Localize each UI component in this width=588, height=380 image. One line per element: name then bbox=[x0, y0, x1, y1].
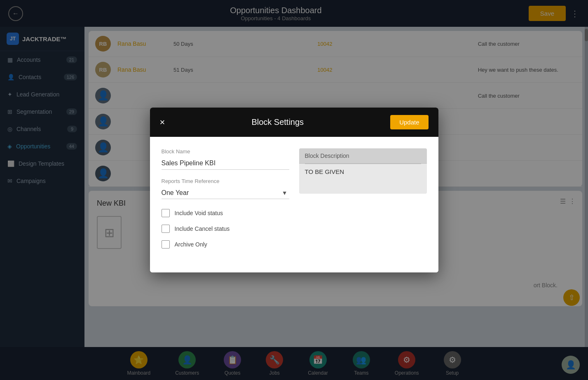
modal-title: Block Settings bbox=[165, 117, 390, 127]
include-cancel-label: Include Cancel status bbox=[175, 225, 230, 232]
block-name-input[interactable] bbox=[162, 157, 289, 170]
block-description-value[interactable]: TO BE GIVEN bbox=[299, 164, 427, 179]
block-description-label: Block Description bbox=[299, 148, 427, 164]
block-settings-modal: × Block Settings Update Block Name Repor… bbox=[150, 108, 438, 272]
modal-close-button[interactable]: × bbox=[160, 117, 165, 128]
block-name-label: Block Name bbox=[162, 148, 289, 155]
include-void-row[interactable]: Include Void status bbox=[162, 209, 289, 217]
time-reference-select[interactable]: One Year Six Months Three Months One Mon… bbox=[162, 187, 289, 199]
time-reference-field-group: Reports Time Reference One Year Six Mont… bbox=[162, 178, 289, 199]
modal-left-column: Block Name Reports Time Reference One Ye… bbox=[162, 148, 289, 256]
include-cancel-row[interactable]: Include Cancel status bbox=[162, 225, 289, 233]
archive-only-row[interactable]: Archive Only bbox=[162, 240, 289, 249]
modal-update-button[interactable]: Update bbox=[390, 115, 428, 129]
block-name-field-group: Block Name bbox=[162, 148, 289, 170]
include-void-checkbox[interactable] bbox=[162, 209, 170, 217]
checkbox-section: Include Void status Include Cancel statu… bbox=[162, 209, 289, 249]
include-cancel-checkbox[interactable] bbox=[162, 225, 170, 233]
modal-form-row: Block Name Reports Time Reference One Ye… bbox=[162, 148, 427, 256]
archive-only-label: Archive Only bbox=[175, 241, 207, 248]
modal-right-column: Block Description TO BE GIVEN bbox=[299, 148, 427, 256]
time-reference-label: Reports Time Reference bbox=[162, 178, 289, 184]
block-description-box: Block Description TO BE GIVEN bbox=[299, 148, 427, 194]
modal-header: × Block Settings Update bbox=[150, 108, 438, 137]
time-reference-select-wrap: One Year Six Months Three Months One Mon… bbox=[162, 187, 289, 199]
archive-only-checkbox[interactable] bbox=[162, 240, 170, 249]
include-void-label: Include Void status bbox=[175, 210, 223, 216]
modal-body: Block Name Reports Time Reference One Ye… bbox=[150, 137, 438, 272]
